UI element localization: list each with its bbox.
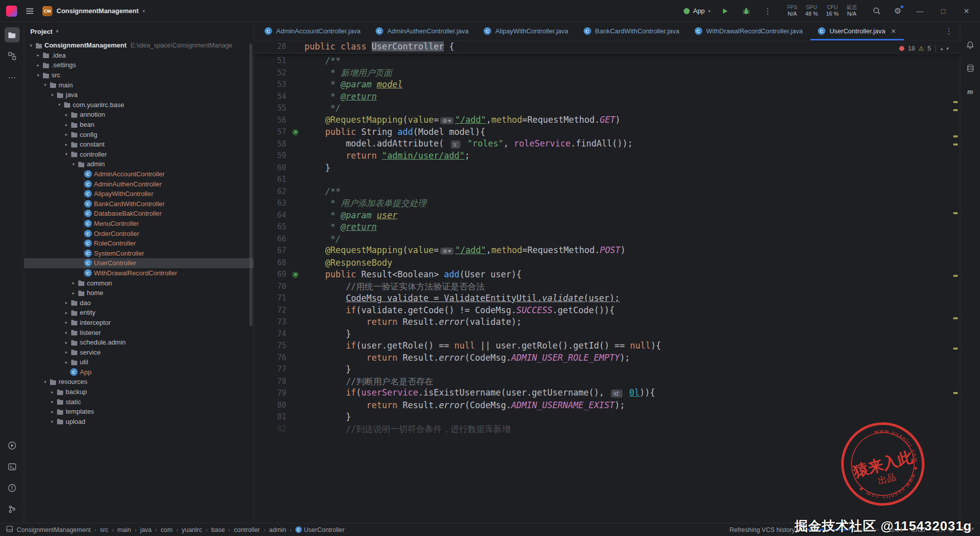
line-number[interactable]: 71 xyxy=(254,293,286,305)
chevron-down-icon[interactable]: ▾ xyxy=(63,152,70,157)
code-line-69[interactable]: 69 public Result<Boolean> add(User user)… xyxy=(254,269,960,281)
tree-item-schedule.admin[interactable]: ▸schedule.admin xyxy=(24,337,253,348)
tree-item-listener[interactable]: ▸listener xyxy=(24,327,253,337)
tree-item-UserController[interactable]: CUserController xyxy=(24,258,253,268)
vcs-status-text[interactable]: Refreshing VCS history xyxy=(730,526,795,533)
tree-item-RoleController[interactable]: CRoleController xyxy=(24,238,253,249)
tree-item-upload[interactable]: ▸upload xyxy=(24,417,253,427)
tree-item-controller[interactable]: ▾controller xyxy=(24,150,253,160)
tree-item-util[interactable]: ▸util xyxy=(24,357,253,367)
code-line-57[interactable]: 57 public String add(Model model){ xyxy=(254,126,960,138)
code-line-68[interactable]: 68 @ResponseBody xyxy=(254,257,960,269)
close-icon[interactable]: ✕ xyxy=(891,28,896,35)
more-actions-button[interactable]: ⋮ xyxy=(761,5,774,18)
line-number[interactable]: 77 xyxy=(254,364,286,376)
breadcrumb-item-admin[interactable]: admin xyxy=(269,526,286,533)
line-number[interactable]: 58 xyxy=(254,138,286,151)
chevron-right-icon[interactable]: ▸ xyxy=(63,360,70,365)
minimize-button[interactable]: — xyxy=(912,7,927,15)
code-area[interactable]: 51 /**52 * 新增用户页面53 * @param model54 * @… xyxy=(254,54,960,523)
code-line-62[interactable]: 62 /** xyxy=(254,186,960,198)
chevron-down-icon[interactable]: ▾ xyxy=(41,82,49,87)
code-line-61[interactable]: 61 xyxy=(254,174,960,186)
settings-button[interactable]: ⚙ xyxy=(891,5,904,18)
code-line-81[interactable]: 81 } xyxy=(254,411,960,423)
tree-item-.settings[interactable]: ▸.settings xyxy=(24,60,253,70)
code-line-78[interactable]: 78 //判断用户名是否存在 xyxy=(254,376,960,388)
stripe-mark[interactable] xyxy=(953,143,958,145)
breadcrumb-item-controller[interactable]: controller xyxy=(234,526,260,533)
code-line-67[interactable]: 67 @RequestMapping(value=⊕▾"/add",method… xyxy=(254,245,960,257)
problems-tool-button[interactable] xyxy=(5,480,20,496)
tree-item-annotion[interactable]: ▸annotion xyxy=(24,110,253,120)
tree-item-com.yuanlrc.base[interactable]: ▾com.yuanlrc.base xyxy=(24,100,253,110)
tree-item-AlipayWithController[interactable]: CAlipayWithController xyxy=(24,189,253,199)
tree-item-AdminAuthenController[interactable]: CAdminAuthenController xyxy=(24,179,253,189)
line-number[interactable]: 69 xyxy=(254,269,286,281)
structure-tool-button[interactable] xyxy=(5,48,20,64)
line-number[interactable]: 78 xyxy=(254,376,286,388)
tab-BankCardWithController.java[interactable]: CBankCardWithController.java xyxy=(576,22,687,40)
tree-item-home[interactable]: ▸home xyxy=(24,288,253,298)
line-number[interactable]: 70 xyxy=(254,281,286,293)
chevron-down-icon[interactable]: ▾ xyxy=(41,379,49,384)
code-line-28[interactable]: 28public class UserController { xyxy=(254,41,454,53)
line-number[interactable]: 53 xyxy=(254,79,286,91)
code-line-51[interactable]: 51 /** xyxy=(254,55,960,67)
breadcrumb-item-base[interactable]: base xyxy=(211,526,225,533)
line-number[interactable]: 62 xyxy=(254,186,286,198)
maven-tool-button[interactable]: m xyxy=(963,84,978,99)
tree-item-AdminAccountController[interactable]: CAdminAccountController xyxy=(24,169,253,179)
chevron-right-icon[interactable]: ▸ xyxy=(63,142,70,147)
tree-item-backup[interactable]: ▸backup xyxy=(24,387,253,397)
breadcrumb-item-yuanlrc[interactable]: yuanlrc xyxy=(182,526,202,533)
chevron-right-icon[interactable]: ▸ xyxy=(63,122,70,127)
stripe-mark[interactable] xyxy=(953,101,958,103)
chevron-down-icon[interactable]: ▾ xyxy=(48,92,56,98)
line-number[interactable]: 54 xyxy=(254,91,286,103)
project-scrollbar[interactable] xyxy=(249,43,252,326)
tree-item-DatabaseBakController[interactable]: CDatabaseBakController xyxy=(24,209,253,219)
line-number[interactable]: 76 xyxy=(254,352,286,364)
more-tools-button[interactable]: ⋯ xyxy=(5,70,20,85)
breadcrumb-item-UserController[interactable]: C UserController xyxy=(295,526,345,533)
project-panel-header[interactable]: Project ▾ xyxy=(24,22,253,40)
line-number[interactable]: 65 xyxy=(254,221,286,233)
terminal-tool-button[interactable] xyxy=(5,459,20,474)
inspections-widget[interactable]: 18 ⚠ 5 ▴ ▾ xyxy=(897,42,951,55)
stripe-mark[interactable] xyxy=(953,317,958,319)
tree-item-.idea[interactable]: ▸.idea xyxy=(24,51,253,61)
parameter-hint-inlay[interactable]: id: xyxy=(611,389,623,398)
tree-item-config[interactable]: ▸config xyxy=(24,129,253,139)
tab-AdminAccountController.java[interactable]: CAdminAccountController.java xyxy=(257,22,368,40)
line-number[interactable]: 28 xyxy=(254,41,286,53)
tree-item-SystemController[interactable]: CSystemController xyxy=(24,248,253,258)
chevron-right-icon[interactable]: ▸ xyxy=(63,310,70,315)
code-line-72[interactable]: 72 if(validate.getCode() != CodeMsg.SUCC… xyxy=(254,305,960,317)
line-number[interactable]: 72 xyxy=(254,305,286,317)
project-tool-button[interactable] xyxy=(5,27,20,42)
line-number[interactable]: 73 xyxy=(254,316,286,328)
code-line-55[interactable]: 55 */ xyxy=(254,103,960,115)
stripe-mark[interactable] xyxy=(953,348,958,350)
tree-item-MenuController[interactable]: CMenuController xyxy=(24,219,253,229)
prev-problem-button[interactable]: ▴ xyxy=(941,46,943,51)
chevron-down-icon[interactable]: ▾ xyxy=(70,162,77,167)
tree-item-BankCardWithController[interactable]: CBankCardWithController xyxy=(24,199,253,209)
breadcrumb-item-main[interactable]: main xyxy=(117,526,131,533)
tree-item-constant[interactable]: ▸constant xyxy=(24,139,253,150)
code-line-63[interactable]: 63 * 用户添加表单提交处理 xyxy=(254,198,960,210)
line-number[interactable]: 68 xyxy=(254,257,286,269)
database-tool-button[interactable] xyxy=(963,61,978,76)
error-stripe[interactable] xyxy=(953,22,958,523)
chevron-right-icon[interactable]: ▸ xyxy=(34,53,42,58)
tree-item-ConsignmentManagement[interactable]: ▾ConsignmentManagementE:\idea_space\Cons… xyxy=(24,40,253,51)
stripe-mark[interactable] xyxy=(953,109,958,111)
chevron-down-icon[interactable]: ▾ xyxy=(27,43,35,48)
line-number[interactable]: 51 xyxy=(254,55,286,67)
tree-item-dao[interactable]: ▸dao xyxy=(24,298,253,308)
code-line-77[interactable]: 77 } xyxy=(254,364,960,376)
indent-widget[interactable]: Tab* xyxy=(961,526,974,533)
chevron-right-icon[interactable]: ▸ xyxy=(70,280,77,285)
tab-AlipayWithController.java[interactable]: CAlipayWithController.java xyxy=(476,22,576,40)
